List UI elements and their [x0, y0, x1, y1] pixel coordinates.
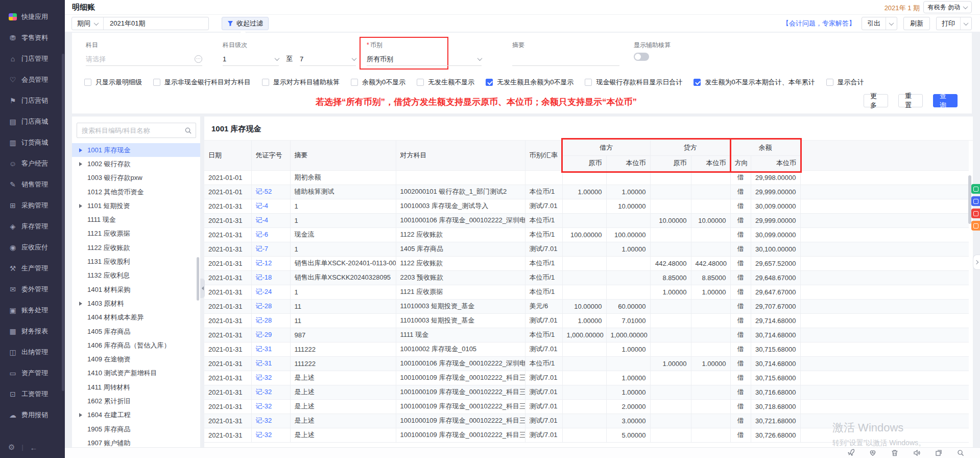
- filter-checkbox[interactable]: 显示非现金银行科目对方科目: [153, 78, 251, 87]
- checkbox-icon[interactable]: [153, 79, 160, 86]
- cell-voucher-link[interactable]: [251, 170, 290, 185]
- tree-item[interactable]: 1131 应收股利: [72, 255, 200, 268]
- checkbox-icon[interactable]: [417, 79, 424, 86]
- cell-voucher-link[interactable]: 记-52: [251, 185, 290, 199]
- tree-item[interactable]: 1410 测试资产新增科目: [72, 367, 200, 380]
- cell-voucher-link[interactable]: 记-4: [251, 213, 290, 227]
- filter-checkbox[interactable]: 现金银行存款科目显示日合计: [585, 78, 682, 87]
- print-button[interactable]: 打印: [936, 17, 972, 30]
- more-options-icon[interactable]: ⋯: [195, 55, 202, 63]
- float-orange-widget-icon[interactable]: [971, 221, 980, 231]
- sidebar-item[interactable]: 快捷应用: [0, 6, 65, 27]
- ledger-row[interactable]: 2021-01-31 记-31 111222 10010002 库存现金_010…: [204, 342, 969, 356]
- tree-item[interactable]: 1411 周转材料: [72, 380, 200, 394]
- tree-item[interactable]: 1122 应收账款: [72, 241, 200, 255]
- sidebar-item[interactable]: ⚒ 生产管理: [0, 258, 65, 279]
- col-balance-base[interactable]: 本位币: [751, 155, 800, 170]
- sidebar-item[interactable]: ◉ 应收应付: [0, 237, 65, 258]
- sidebar-item[interactable]: ♡ 会员管理: [0, 69, 65, 90]
- tree-item[interactable]: 1012 其他货币资金: [72, 185, 200, 199]
- more-button[interactable]: 更多: [864, 94, 888, 107]
- cell-voucher-link[interactable]: 记-31: [251, 342, 290, 356]
- window-copy-icon[interactable]: [935, 449, 943, 457]
- reset-button[interactable]: 重置: [898, 94, 923, 107]
- subject-select[interactable]: 请选择 ⋯: [86, 53, 202, 66]
- checkbox-icon[interactable]: [486, 79, 493, 86]
- period-type-select[interactable]: 期间: [72, 17, 104, 30]
- period-value-input[interactable]: 2021年01期: [104, 19, 208, 28]
- sidebar-item[interactable]: ▦ 财务报表: [0, 320, 65, 341]
- trash-icon[interactable]: [891, 449, 899, 457]
- sidebar-item[interactable]: ⊞ 采购管理: [0, 195, 65, 216]
- search-icon[interactable]: [184, 127, 192, 134]
- sidebar-item[interactable]: ☺ 客户经营: [0, 153, 65, 174]
- zoom-search-icon[interactable]: [957, 449, 965, 457]
- tree-item[interactable]: 1905 库存商品: [72, 422, 200, 436]
- col-direction[interactable]: 方向: [730, 155, 751, 170]
- sidebar-item[interactable]: ▤ 门店商城: [0, 111, 65, 132]
- cell-voucher-link[interactable]: 记-12: [251, 256, 290, 270]
- ledger-row[interactable]: 2021-01-31 记-32 是上述 1001000109 库存现金_0001…: [204, 428, 969, 442]
- ledger-row[interactable]: 2021-01-31 记-24 1 1121 应收票据 本位币/1 1.0000…: [204, 285, 969, 299]
- sidebar-item[interactable]: ▥ 订货商城: [0, 132, 65, 153]
- ledger-row[interactable]: 2021-01-31 记-6 现金流 1122 应收账款 本位币/1 100.0…: [204, 227, 969, 242]
- ledger-row[interactable]: 2021-01-31 记-28 11 11010003 短期投资_基金 测试/7…: [204, 313, 969, 328]
- tree-item[interactable]: 1403 原材料: [72, 296, 200, 310]
- col-credit-base[interactable]: 本位币: [691, 155, 730, 170]
- tree-item[interactable]: 1121 应收票据: [72, 227, 200, 241]
- tree-item[interactable]: 1401 材料采购: [72, 283, 200, 296]
- sidebar-item[interactable]: ✎ 销售管理: [0, 174, 65, 195]
- col-debit-original[interactable]: 原币: [562, 155, 606, 170]
- speaker-icon[interactable]: [913, 449, 921, 457]
- rocket-icon[interactable]: [847, 449, 855, 457]
- aux-toggle[interactable]: [634, 53, 649, 61]
- col-credit-original[interactable]: 原币: [650, 155, 691, 170]
- float-green-widget-icon[interactable]: [971, 184, 980, 194]
- checkbox-icon[interactable]: [262, 79, 269, 86]
- sidebar-item[interactable]: ▭ 资产管理: [0, 362, 65, 383]
- checkbox-icon[interactable]: [585, 79, 592, 86]
- sidebar-item[interactable]: ⊡ 工资管理: [0, 383, 65, 404]
- ledger-row[interactable]: 2021-01-01 期初余额 借 29,998.00000: [204, 170, 969, 185]
- ledger-row[interactable]: 2021-01-31 记-7 1 1405 库存商品 测试/7.01 1.000…: [204, 242, 969, 256]
- filter-checkbox[interactable]: 只显示最明细级: [84, 78, 142, 87]
- float-red-widget-icon[interactable]: [971, 209, 980, 218]
- edge-expand-chevron[interactable]: [973, 255, 980, 270]
- float-blue-widget-icon[interactable]: [971, 196, 980, 206]
- cell-voucher-link[interactable]: 记-32: [251, 385, 290, 399]
- currency-select[interactable]: 所有币别: [367, 53, 482, 66]
- ledger-row[interactable]: 2021-01-31 记-32 是上述 1001000109 库存现金_0001…: [204, 414, 969, 428]
- ledger-row[interactable]: 2021-01-31 记-32 是上述 1001000109 库存现金_0001…: [204, 385, 969, 399]
- sidebar-item[interactable]: ◈ 库存管理: [0, 216, 65, 237]
- tree-item[interactable]: 1602 累计折旧: [72, 394, 200, 408]
- sidebar-item[interactable]: ◫ 出纳管理: [0, 341, 65, 362]
- cell-voucher-link[interactable]: 记-6: [251, 227, 290, 242]
- col-voucher[interactable]: 凭证字号: [251, 141, 290, 170]
- cell-voucher-link[interactable]: 记-32: [251, 414, 290, 428]
- tree-item[interactable]: 1604 在建工程: [72, 408, 200, 422]
- expand-arrow-icon[interactable]: [79, 148, 82, 152]
- cell-voucher-link[interactable]: 记-32: [251, 428, 290, 442]
- cell-voucher-link[interactable]: 记-18: [251, 270, 290, 285]
- ledger-row[interactable]: 2021-01-31 记-29 987 1111 现金 本位币/1 1,000.…: [204, 328, 969, 342]
- ledger-row[interactable]: 2021-01-31 记-32 是上述 1001000109 库存现金_0001…: [204, 399, 969, 414]
- chevron-down-icon[interactable]: [886, 17, 897, 30]
- ledger-row[interactable]: 2021-01-31 记-12 销售出库单XSCK-202401-0113-00…: [204, 256, 969, 270]
- ledger-row[interactable]: 2021-01-31 记-4 1 10010003 库存现金_测试导入 测试/7…: [204, 199, 969, 213]
- cell-voucher-link[interactable]: 记-28: [251, 313, 290, 328]
- collapse-back-icon[interactable]: ←: [30, 443, 38, 452]
- chevron-down-icon[interactable]: [961, 17, 971, 30]
- sidebar-scrollbar[interactable]: [62, 54, 64, 391]
- tree-item[interactable]: 1409 在途物资: [72, 352, 200, 366]
- tree-item[interactable]: 1132 应收利息: [72, 269, 200, 283]
- tree-item[interactable]: 1907 账户辅助: [72, 436, 200, 447]
- cell-voucher-link[interactable]: 记-31: [251, 356, 290, 371]
- sidebar-item[interactable]: ⛃ 零售资料: [0, 27, 65, 48]
- expand-arrow-icon[interactable]: [79, 204, 82, 208]
- panel-collapse-handle[interactable]: [200, 279, 205, 298]
- expert-help-link[interactable]: 【会计问题，专家解答】: [782, 19, 855, 28]
- checkbox-icon[interactable]: [84, 79, 91, 86]
- ledger-row[interactable]: 2021-01-31 记-18 销售出库单XSCKK20240328095 22…: [204, 270, 969, 285]
- sidebar-item[interactable]: ⚑ 门店营销: [0, 90, 65, 111]
- filter-checkbox[interactable]: 余额为0不显示: [351, 78, 405, 87]
